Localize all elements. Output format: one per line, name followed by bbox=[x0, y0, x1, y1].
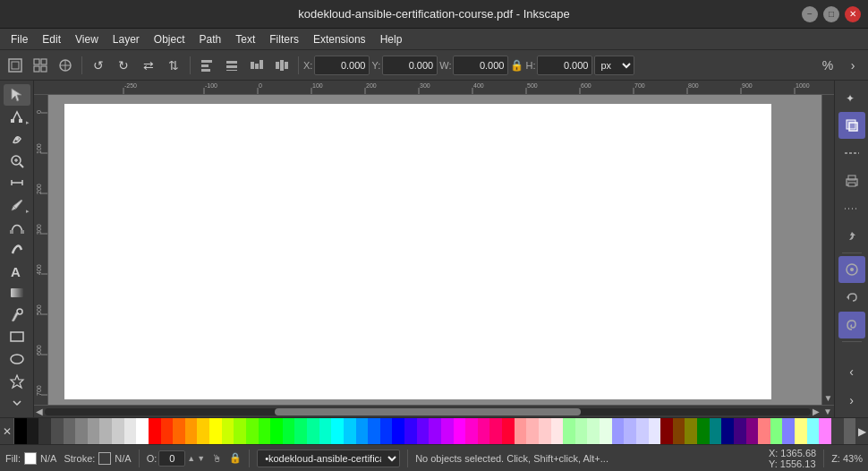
scroll-down-arrow[interactable]: ▼ bbox=[824, 393, 833, 403]
palette-color-swatch[interactable] bbox=[368, 418, 380, 444]
palette-color-swatch[interactable] bbox=[124, 418, 137, 444]
menu-file[interactable]: File bbox=[4, 31, 35, 47]
gradient-tool-btn[interactable] bbox=[4, 282, 30, 304]
palette-color-swatch[interactable] bbox=[758, 418, 770, 444]
palette-color-swatch[interactable] bbox=[600, 418, 612, 444]
palette-color-swatch[interactable] bbox=[112, 418, 124, 444]
palette-color-swatch[interactable] bbox=[478, 418, 490, 444]
palette-color-swatch[interactable] bbox=[721, 418, 734, 444]
layer-select[interactable]: •kodekloud-ansible-certification-course bbox=[257, 450, 400, 467]
palette-color-swatch[interactable] bbox=[819, 418, 831, 444]
zoom-tool-btn[interactable] bbox=[4, 150, 30, 172]
horizontal-scrollbar[interactable]: ◀ ▶ ▼ bbox=[34, 405, 834, 417]
palette-color-swatch[interactable] bbox=[173, 418, 185, 444]
palette-color-swatch[interactable] bbox=[515, 418, 527, 444]
tb-snap-expand[interactable]: › bbox=[841, 54, 864, 77]
palette-color-swatch[interactable] bbox=[465, 418, 478, 444]
palette-color-swatch[interactable] bbox=[14, 418, 27, 444]
menu-text[interactable]: Text bbox=[228, 31, 262, 47]
palette-color-swatch[interactable] bbox=[222, 418, 234, 444]
palette-color-swatch[interactable] bbox=[283, 418, 295, 444]
tweak-tool-btn[interactable] bbox=[4, 128, 30, 150]
stroke-swatch[interactable] bbox=[98, 452, 111, 465]
palette-color-swatch[interactable] bbox=[782, 418, 795, 444]
palette-color-swatch[interactable] bbox=[563, 418, 575, 444]
menu-edit[interactable]: Edit bbox=[35, 31, 68, 47]
palette-color-swatch[interactable] bbox=[489, 418, 502, 444]
palette-color-swatch[interactable] bbox=[844, 418, 856, 444]
spiral-btn[interactable] bbox=[838, 312, 865, 338]
palette-color-swatch[interactable] bbox=[51, 418, 64, 444]
palette-color-swatch[interactable] bbox=[612, 418, 625, 444]
palette-color-swatch[interactable] bbox=[417, 418, 430, 444]
palette-color-swatch[interactable] bbox=[831, 418, 844, 444]
palette-color-swatch[interactable] bbox=[673, 418, 685, 444]
undo-btn[interactable] bbox=[838, 284, 865, 311]
palette-color-swatch[interactable] bbox=[209, 418, 222, 444]
palette-color-swatch[interactable] bbox=[624, 418, 636, 444]
palette-color-swatch[interactable] bbox=[64, 418, 76, 444]
node-tool-btn[interactable]: ▸ bbox=[4, 107, 30, 128]
palette-color-swatch[interactable] bbox=[454, 418, 466, 444]
menu-filters[interactable]: Filters bbox=[262, 31, 306, 47]
tb-align2[interactable] bbox=[220, 54, 243, 77]
palette-color-swatch[interactable] bbox=[99, 418, 112, 444]
opacity-down[interactable]: ▼ bbox=[197, 454, 205, 463]
select-tool-btn[interactable] bbox=[4, 84, 30, 106]
palette-color-swatch[interactable] bbox=[795, 418, 807, 444]
right-panel-prev[interactable]: ‹ bbox=[838, 358, 865, 385]
palette-color-swatch[interactable] bbox=[246, 418, 259, 444]
palette-color-swatch[interactable] bbox=[575, 418, 588, 444]
palette-color-swatch[interactable] bbox=[88, 418, 100, 444]
dropper-tool-btn[interactable] bbox=[4, 304, 30, 326]
fill-stroke-btn[interactable] bbox=[838, 112, 865, 139]
tb-grid[interactable] bbox=[29, 54, 52, 77]
minimize-button[interactable]: − bbox=[802, 6, 818, 22]
palette-color-swatch[interactable] bbox=[539, 418, 551, 444]
tb-transform[interactable] bbox=[270, 54, 294, 77]
close-button[interactable]: ✕ bbox=[845, 6, 861, 22]
palette-scroll-arrow[interactable]: ▶ bbox=[855, 418, 868, 445]
canvas-viewport[interactable]: ▼ bbox=[48, 95, 834, 405]
measure-tool-btn[interactable] bbox=[4, 172, 30, 193]
h-input[interactable] bbox=[537, 56, 592, 75]
palette-color-swatch[interactable] bbox=[38, 418, 51, 444]
palette-color-swatch[interactable] bbox=[710, 418, 722, 444]
palette-color-swatch[interactable] bbox=[319, 418, 332, 444]
palette-color-swatch[interactable] bbox=[502, 418, 515, 444]
x-input[interactable] bbox=[314, 56, 370, 75]
hscroll-thumb[interactable] bbox=[275, 408, 581, 415]
palette-color-swatch[interactable] bbox=[807, 418, 820, 444]
palette-color-swatch[interactable] bbox=[27, 418, 39, 444]
palette-color-swatch[interactable] bbox=[307, 418, 319, 444]
dashes-btn1[interactable] bbox=[838, 140, 865, 167]
tb-snap[interactable] bbox=[54, 54, 77, 77]
menu-layer[interactable]: Layer bbox=[106, 31, 147, 47]
palette-color-swatch[interactable] bbox=[660, 418, 673, 444]
palette-color-swatch[interactable] bbox=[746, 418, 759, 444]
snap-active-btn[interactable] bbox=[838, 256, 865, 283]
text-tool-btn[interactable]: A bbox=[4, 261, 30, 282]
palette-color-swatch[interactable] bbox=[356, 418, 369, 444]
palette-color-swatch[interactable] bbox=[185, 418, 198, 444]
menu-object[interactable]: Object bbox=[147, 31, 192, 47]
palette-color-swatch[interactable] bbox=[685, 418, 697, 444]
scroll-right-arrow[interactable]: ▶ bbox=[813, 407, 820, 416]
calligraphy-tool-btn[interactable] bbox=[4, 238, 30, 260]
maximize-button[interactable]: □ bbox=[823, 6, 839, 22]
palette-color-swatch[interactable] bbox=[526, 418, 539, 444]
tb-align[interactable] bbox=[195, 54, 218, 77]
reflect-btn[interactable] bbox=[838, 223, 865, 250]
palette-color-swatch[interactable] bbox=[551, 418, 564, 444]
dashes-btn2[interactable] bbox=[838, 195, 865, 222]
palette-color-swatch[interactable] bbox=[697, 418, 710, 444]
palette-color-swatch[interactable] bbox=[734, 418, 746, 444]
palette-color-swatch[interactable] bbox=[404, 418, 417, 444]
xml-editor-btn[interactable]: ✦ bbox=[838, 84, 865, 111]
palette-color-swatch[interactable] bbox=[344, 418, 356, 444]
palette-color-swatch[interactable] bbox=[429, 418, 441, 444]
star-tool-btn[interactable] bbox=[4, 371, 30, 392]
lock-icon[interactable]: 🔒 bbox=[510, 59, 523, 72]
opacity-input[interactable] bbox=[158, 450, 185, 467]
menu-extensions[interactable]: Extensions bbox=[306, 31, 373, 47]
